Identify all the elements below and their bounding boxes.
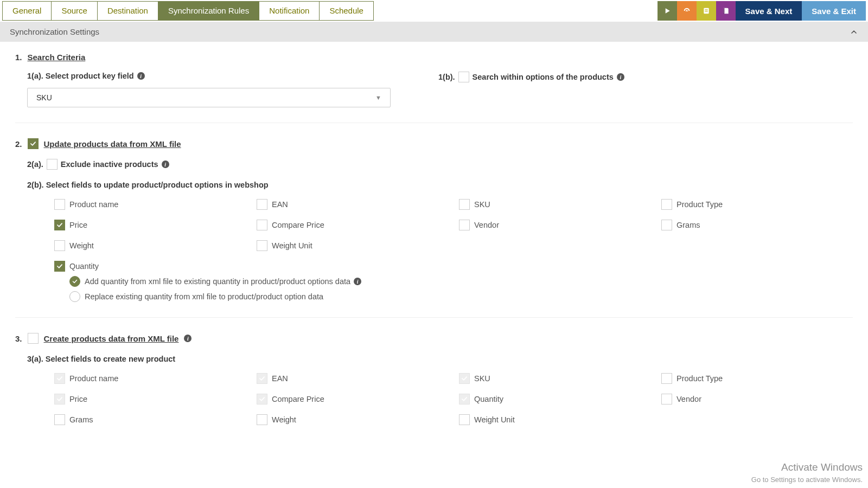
checkbox[interactable] xyxy=(257,414,267,425)
section-1-title: 1. Search Criteria xyxy=(15,53,853,62)
section-2-title: 2. Update products data from XML file xyxy=(15,138,853,149)
field-product-type: Product Type xyxy=(661,199,853,210)
label-2b: 2(b). Select fields to update product/pr… xyxy=(27,181,853,189)
field-sku: SKU xyxy=(459,199,650,210)
checkbox-section-2[interactable] xyxy=(28,138,39,149)
accordion-header[interactable]: Synchronization Settings xyxy=(0,22,868,42)
checkbox[interactable] xyxy=(54,240,65,251)
info-icon[interactable]: i xyxy=(617,73,624,81)
checkbox[interactable] xyxy=(661,394,672,404)
check-icon xyxy=(72,278,78,285)
radio-replace-quantity[interactable]: Replace existing quantity from xml file … xyxy=(69,291,853,302)
svg-rect-3 xyxy=(723,8,724,14)
button-label: Save & Exit xyxy=(812,7,856,16)
tab-label: Source xyxy=(61,6,87,15)
checkbox[interactable] xyxy=(54,220,65,230)
chevron-up-icon xyxy=(850,28,858,36)
field-label: Weight Unit xyxy=(474,415,515,424)
field-label: SKU xyxy=(474,374,490,383)
divider xyxy=(15,123,853,123)
label-text: 1(a). Select product key field xyxy=(27,72,134,80)
info-icon[interactable]: i xyxy=(162,160,169,168)
checkbox-exclude-inactive[interactable] xyxy=(47,159,58,170)
check-icon xyxy=(258,375,266,382)
info-icon[interactable]: i xyxy=(137,72,145,80)
tab-label: Synchronization Rules xyxy=(168,6,249,15)
tab-label: Notification xyxy=(269,6,309,15)
tab-label: General xyxy=(12,6,41,15)
section-3-title: 3. Create products data from XML file i xyxy=(15,333,853,344)
field-product-name: Product name xyxy=(54,373,246,384)
play-button[interactable] xyxy=(658,1,677,21)
check-icon xyxy=(461,375,468,382)
checkbox xyxy=(459,394,470,404)
info-icon[interactable]: i xyxy=(354,278,361,285)
section-num: 1. xyxy=(15,53,22,62)
block-3a: 3(a). Select fields to create new produc… xyxy=(27,355,853,425)
field-label: Vendor xyxy=(474,221,499,229)
select-key-field[interactable]: SKU ▼ xyxy=(27,88,391,107)
checkbox[interactable] xyxy=(257,240,267,251)
section-link: Search Criteria xyxy=(28,53,86,62)
button-label: Save & Next xyxy=(745,7,793,16)
tab-label: Schedule xyxy=(329,6,363,15)
label-1b: 1(b). Search within options of the produ… xyxy=(438,72,624,82)
section-link: Create products data from XML file xyxy=(44,334,179,343)
tab-notification[interactable]: Notification xyxy=(259,1,320,21)
check-icon xyxy=(258,395,266,403)
dashboard-button[interactable] xyxy=(677,1,697,21)
checkbox[interactable] xyxy=(257,199,267,210)
checkbox[interactable] xyxy=(54,261,65,272)
note-button[interactable] xyxy=(697,1,716,21)
field-product-type: Product Type xyxy=(661,373,853,384)
svg-rect-1 xyxy=(705,9,707,10)
gauge-icon xyxy=(682,7,691,15)
field-label: Quantity xyxy=(474,395,503,403)
checkbox[interactable] xyxy=(661,220,672,230)
check-icon xyxy=(56,221,63,229)
field-label: Product name xyxy=(69,200,118,209)
field-label: Price xyxy=(69,395,87,403)
tab-source[interactable]: Source xyxy=(51,1,98,21)
field-ean: EAN xyxy=(257,199,448,210)
label-1a: 1(a). Select product key field i xyxy=(27,72,406,80)
radio[interactable] xyxy=(69,276,80,287)
label-2a: 2(a). Exclude inactive products i xyxy=(27,159,853,170)
save-exit-button[interactable]: Save & Exit xyxy=(802,1,866,21)
field-weight: Weight xyxy=(54,240,246,251)
field-label: Grams xyxy=(676,221,700,229)
field-label: Compare Price xyxy=(272,395,324,403)
field-ean: EAN xyxy=(257,373,448,384)
field-grams: Grams xyxy=(54,414,246,425)
tab-destination[interactable]: Destination xyxy=(97,1,158,21)
tab-label: Destination xyxy=(107,6,148,15)
checkbox-section-3[interactable] xyxy=(28,333,39,344)
checkbox[interactable] xyxy=(54,414,65,425)
play-icon xyxy=(663,7,672,15)
field-vendor: Vendor xyxy=(661,394,853,404)
radio-add-quantity[interactable]: Add quantity from xml file to existing q… xyxy=(69,276,853,287)
tab-sync-rules[interactable]: Synchronization Rules xyxy=(158,1,259,21)
check-icon xyxy=(56,375,63,382)
field-label: Product Type xyxy=(676,200,723,209)
checkbox[interactable] xyxy=(459,414,470,425)
checkbox[interactable] xyxy=(661,199,672,210)
log-button[interactable] xyxy=(716,1,736,21)
checkbox[interactable] xyxy=(54,199,65,210)
field-label: Vendor xyxy=(676,395,701,403)
tab-general[interactable]: General xyxy=(2,1,52,21)
field-label: EAN xyxy=(272,200,288,209)
save-next-button[interactable]: Save & Next xyxy=(736,1,802,21)
label-prefix: 1(b). xyxy=(438,73,455,81)
checkbox[interactable] xyxy=(459,220,470,230)
checkbox[interactable] xyxy=(661,373,672,384)
checkbox[interactable] xyxy=(257,220,267,230)
info-icon[interactable]: i xyxy=(184,335,192,342)
checkbox-search-within-options[interactable] xyxy=(458,72,469,82)
radio[interactable] xyxy=(69,291,80,302)
checkbox[interactable] xyxy=(459,199,470,210)
svg-rect-2 xyxy=(705,11,707,11)
checkbox xyxy=(459,373,470,384)
windows-watermark: Activate Windows Go to Settings to activ… xyxy=(751,460,863,485)
tab-schedule[interactable]: Schedule xyxy=(319,1,374,21)
